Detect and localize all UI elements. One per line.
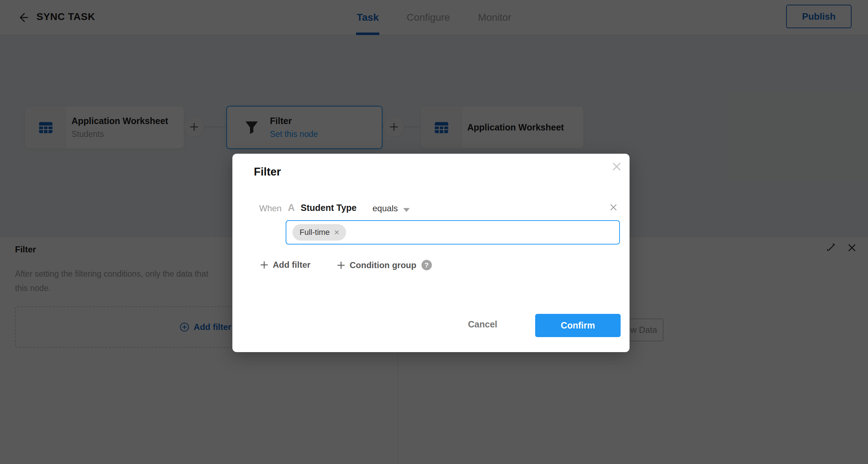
close-icon — [333, 229, 340, 236]
help-icon[interactable]: ? — [421, 260, 432, 270]
when-label: When — [259, 203, 282, 213]
filter-modal: Filter When A Student Type equals Full-t… — [232, 154, 630, 352]
cancel-button[interactable]: Cancel — [459, 312, 507, 336]
condition-group-button[interactable]: Condition group ? — [336, 260, 432, 270]
remove-condition-button[interactable] — [607, 201, 620, 214]
confirm-button[interactable]: Confirm — [535, 314, 621, 337]
sync-task-screen: SYNC TASK Task Configure Monitor Publish — [0, 0, 868, 464]
value-chip-label: Full-time — [300, 228, 330, 237]
remove-chip-button[interactable] — [333, 229, 340, 236]
close-icon — [610, 160, 623, 173]
modal-close-button[interactable] — [610, 159, 624, 174]
plus-icon — [260, 260, 269, 270]
modal-title: Filter — [254, 166, 281, 178]
field-name[interactable]: Student Type — [301, 203, 356, 213]
modal-add-filter-label: Add filter — [273, 260, 310, 270]
field-type-text-icon: A — [288, 202, 295, 213]
plus-icon — [336, 261, 346, 270]
modal-add-filter-button[interactable]: Add filter — [260, 260, 310, 270]
filter-value-input[interactable]: Full-time — [286, 220, 620, 245]
condition-group-label: Condition group — [350, 260, 416, 270]
operator-select[interactable]: equals — [373, 203, 398, 213]
close-icon — [608, 202, 619, 213]
chevron-down-icon[interactable] — [403, 208, 410, 212]
value-chip: Full-time — [292, 224, 346, 241]
